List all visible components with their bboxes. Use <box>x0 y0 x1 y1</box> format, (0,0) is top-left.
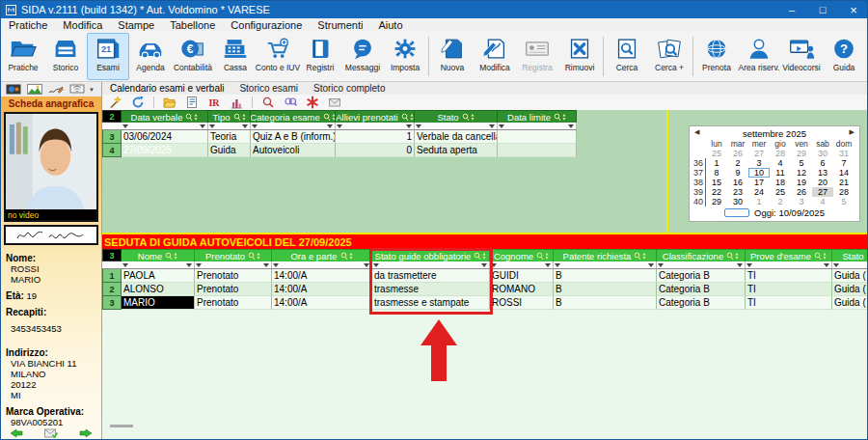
today-marker-box[interactable] <box>724 208 749 217</box>
column-header-data-limite[interactable]: Data limite <box>498 110 577 123</box>
calendar-day-19[interactable]: 19 <box>791 178 812 187</box>
signature-icon[interactable] <box>46 84 65 96</box>
menu-item-pratiche[interactable]: Pratiche <box>1 18 55 32</box>
table-corner-cell[interactable]: 2 <box>102 110 122 123</box>
cell-stato[interactable]: Verbale da cancellare <box>415 130 498 144</box>
cell-nome[interactable]: PAOLA <box>122 269 195 283</box>
toolbar-cassa-button[interactable]: Cassa <box>214 33 257 80</box>
calendar-day-30[interactable]: 30 <box>727 197 748 206</box>
cell-tipo[interactable]: Teoria <box>208 130 251 144</box>
cell-allievi-prenotati[interactable]: 0 <box>336 144 415 157</box>
cell-data-limite[interactable] <box>498 130 577 144</box>
calendar-day-3[interactable]: 3 <box>791 197 812 206</box>
table-corner-cell[interactable]: 3 <box>102 249 122 261</box>
calendar-day-9[interactable]: 9 <box>727 168 748 178</box>
zoom-icon[interactable] <box>261 96 275 109</box>
open-folder-icon[interactable] <box>163 96 176 109</box>
minimize-button[interactable]: – <box>776 1 807 18</box>
filter-cognome[interactable] <box>490 261 554 268</box>
next-record-icon[interactable] <box>79 428 93 438</box>
calendar-day-10[interactable]: 10 <box>748 168 770 178</box>
menu-item-stampe[interactable]: Stampe <box>110 18 162 32</box>
toolbar-guida-button[interactable]: ?Guida <box>823 33 865 80</box>
cell-data-verbale[interactable]: 27/09/2025 <box>122 144 208 157</box>
calendar-day-27[interactable]: 27 <box>812 187 833 197</box>
cell-patente-richiesta[interactable]: B <box>554 296 657 310</box>
toolbar-rimuovi-button[interactable]: Rimuovi <box>558 33 601 80</box>
menu-item-strumenti[interactable]: Strumenti <box>310 18 370 32</box>
filter-patente-richiesta[interactable] <box>554 261 657 268</box>
calendar-day-27[interactable]: 27 <box>748 149 770 158</box>
calendar-day-3[interactable]: 3 <box>748 158 770 168</box>
calendar-day-21[interactable]: 21 <box>833 178 854 187</box>
cell-data-verbale[interactable]: 03/06/2024 <box>122 130 208 144</box>
cell-stato[interactable]: Guida ( <box>832 269 868 283</box>
close-button[interactable]: × <box>838 1 868 18</box>
filter-tipo[interactable] <box>208 123 251 129</box>
image-icon[interactable] <box>25 84 43 96</box>
filter-categoria-esame[interactable] <box>251 123 336 129</box>
row-number[interactable]: 2 <box>102 283 122 296</box>
calendar-day-25[interactable]: 25 <box>706 149 727 158</box>
maximize-button[interactable]: □ <box>807 1 838 18</box>
chart-icon[interactable] <box>230 96 243 109</box>
calendar-day-28[interactable]: 28 <box>770 149 791 158</box>
calendar-day-2[interactable]: 2 <box>770 197 791 206</box>
column-header-patente-richiesta[interactable]: Patente richiesta <box>554 249 657 261</box>
cell-classificazione[interactable]: Categoria B <box>657 296 746 310</box>
toolbar-cerca-button[interactable]: Cerca + <box>648 33 691 80</box>
toolbar-registra-button[interactable]: Registra <box>516 33 558 80</box>
cell-prenotato[interactable]: Prenotato <box>195 269 272 283</box>
filter-nome[interactable] <box>122 261 195 268</box>
mail-icon[interactable] <box>328 96 341 109</box>
column-header-nome[interactable]: Nome <box>122 249 195 261</box>
calendar-day-11[interactable]: 11 <box>770 168 791 178</box>
cell-stato[interactable]: Seduta aperta <box>415 144 498 157</box>
toolbar-prenota-button[interactable]: Prenota <box>695 33 738 80</box>
calendar-day-4[interactable]: 4 <box>812 197 833 206</box>
cell-prenotato[interactable]: Prenotato <box>195 296 272 310</box>
calendar-next-icon[interactable]: ▶ <box>850 128 854 136</box>
cell-data-limite[interactable] <box>498 144 577 157</box>
menu-item-tabellone[interactable]: Tabellone <box>162 18 223 32</box>
horizontal-scrollbar[interactable] <box>110 425 133 427</box>
toolbar-messaggi-button[interactable]: Messaggi <box>341 33 384 80</box>
filter-data-verbale[interactable] <box>122 123 208 129</box>
row-number[interactable]: 1 <box>102 269 122 283</box>
column-header-tipo[interactable]: Tipo <box>208 110 251 123</box>
calendar-day-15[interactable]: 15 <box>706 178 727 187</box>
camera-icon[interactable] <box>4 84 22 96</box>
toolbar-contabilit-button[interactable]: €Contabilità <box>172 33 214 80</box>
cell-prove-d-esame[interactable]: TI <box>746 269 832 283</box>
calendar-day-1[interactable]: 1 <box>748 197 770 206</box>
cell-cognome[interactable]: ROMANO <box>490 283 554 296</box>
row-number[interactable]: 4 <box>102 144 122 157</box>
calendar-day-26[interactable]: 26 <box>791 187 812 197</box>
column-header-prove-d-esame[interactable]: Prove d'esame <box>746 249 832 261</box>
toolbar-videocorsi-button[interactable]: Videocorsi <box>780 33 823 80</box>
cell-classificazione[interactable]: Categoria B <box>657 283 746 296</box>
cell-stato[interactable]: Guida ( <box>832 283 868 296</box>
calendar-day-17[interactable]: 17 <box>748 178 770 187</box>
filter-allievi-prenotati[interactable] <box>336 123 415 129</box>
toolbar-esami-button[interactable]: 21Esami <box>87 33 129 80</box>
calendar-day-26[interactable]: 26 <box>727 149 748 158</box>
send-mail-icon[interactable] <box>44 428 58 438</box>
calendar-day-12[interactable]: 12 <box>791 168 812 178</box>
calendar-day-5[interactable]: 5 <box>833 197 854 206</box>
cell-tipo[interactable]: Guida <box>208 144 251 157</box>
filter-prenotato[interactable] <box>195 261 272 268</box>
calendar-day-16[interactable]: 16 <box>727 178 748 187</box>
column-header-classificazione[interactable]: Classificazione <box>657 249 746 261</box>
tab-calendario-esami-e-verbali[interactable]: Calendario esami e verbali <box>110 83 224 94</box>
calendar-day-14[interactable]: 14 <box>833 168 854 178</box>
row-number[interactable]: 3 <box>102 296 122 310</box>
cell-patente-richiesta[interactable]: B <box>554 283 657 296</box>
menu-item-modifica[interactable]: Modifica <box>55 18 110 32</box>
calendar-day-5[interactable]: 5 <box>791 158 812 168</box>
tab-storico-esami[interactable]: Storico esami <box>239 83 298 94</box>
toolbar-storico-button[interactable]: Storico <box>44 33 87 80</box>
cell-nome[interactable]: ALONSO <box>122 283 195 296</box>
refresh-icon[interactable] <box>131 96 145 109</box>
cell-categoria-esame[interactable]: Quiz A e B (inform.) <box>251 130 336 144</box>
